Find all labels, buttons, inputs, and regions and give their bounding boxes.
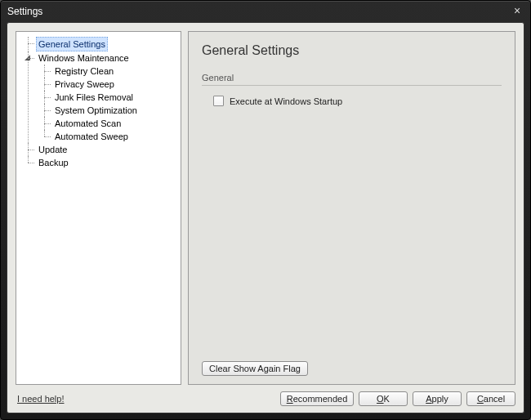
panel-footer: Clear Show Again Flag <box>202 356 502 376</box>
tree-item-automated-sweep[interactable]: Automated Sweep <box>52 130 131 143</box>
close-icon[interactable]: × <box>511 5 524 18</box>
content-spacer <box>202 106 502 356</box>
recommended-button[interactable]: Recommended <box>280 391 354 406</box>
tree-item-general-settings[interactable]: General Settings <box>36 37 108 51</box>
client-area: General Settings ◢ Windows Maintenance R… <box>7 22 524 413</box>
clear-show-again-button[interactable]: Clear Show Again Flag <box>202 361 308 376</box>
content-pane: General Settings General Execute at Wind… <box>188 31 515 385</box>
execute-at-startup-row: Execute at Windows Startup <box>213 96 502 106</box>
tree-item-backup[interactable]: Backup <box>36 156 71 169</box>
tree-pane: General Settings ◢ Windows Maintenance R… <box>16 31 181 385</box>
execute-at-startup-checkbox[interactable] <box>213 96 224 106</box>
execute-at-startup-label: Execute at Windows Startup <box>230 96 342 106</box>
tree-item-automated-scan[interactable]: Automated Scan <box>52 117 123 130</box>
tree-item-update[interactable]: Update <box>36 143 69 156</box>
titlebar: Settings × <box>1 1 530 22</box>
settings-window: Settings × General Settings ◢ Windows Ma… <box>0 0 531 420</box>
help-link[interactable]: I need help! <box>17 394 65 404</box>
settings-tree: General Settings ◢ Windows Maintenance R… <box>20 37 177 169</box>
tree-item-junk-files-removal[interactable]: Junk Files Removal <box>52 91 136 104</box>
apply-button[interactable]: Apply <box>413 391 462 406</box>
chevron-down-icon[interactable]: ◢ <box>24 54 31 61</box>
panels: General Settings ◢ Windows Maintenance R… <box>16 31 515 385</box>
window-title: Settings <box>7 6 511 17</box>
cancel-button[interactable]: Cancel <box>466 391 515 406</box>
ok-button[interactable]: OK <box>359 391 408 406</box>
tree-item-system-optimization[interactable]: System Optimization <box>52 104 140 117</box>
section-label-general: General <box>202 73 502 86</box>
tree-item-privacy-sweep[interactable]: Privacy Sweep <box>52 78 117 91</box>
page-title: General Settings <box>202 43 502 58</box>
tree-item-windows-maintenance[interactable]: Windows Maintenance <box>36 51 132 65</box>
bottom-bar: I need help! Recommended OK Apply Cancel <box>16 385 515 406</box>
tree-item-registry-clean[interactable]: Registry Clean <box>52 65 116 78</box>
